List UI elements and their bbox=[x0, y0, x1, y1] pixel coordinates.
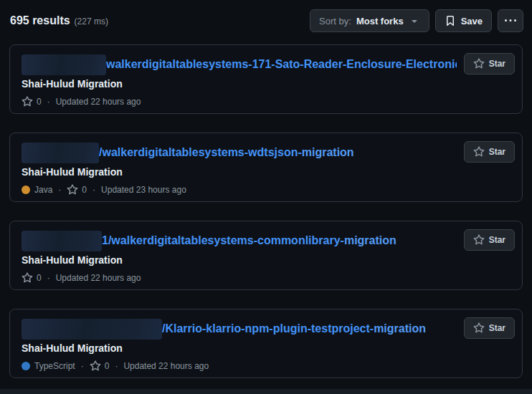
results-header: 695 results (227 ms) Sort by: Most forks… bbox=[0, 0, 532, 33]
search-results-page: 695 results (227 ms) Sort by: Most forks… bbox=[0, 0, 532, 394]
repo-description: Shai-Hulud Migration bbox=[22, 78, 515, 90]
card-title-row: 1/walkerdigitaltablesystems-commonlibrar… bbox=[22, 229, 515, 252]
language-dot-icon bbox=[22, 186, 30, 194]
stars-count: 0 bbox=[90, 360, 110, 372]
updated-timestamp: Updated 22 hours ago bbox=[56, 97, 141, 107]
repo-meta: 0 Updated 22 hours ago bbox=[22, 96, 515, 107]
repo-title: /walkerdigitaltablesystems-wdtsjson-migr… bbox=[22, 141, 457, 164]
stars-value: 0 bbox=[82, 185, 87, 195]
star-button[interactable]: Star bbox=[464, 53, 515, 75]
save-button-label: Save bbox=[461, 16, 483, 27]
repo-name-match: migration bbox=[302, 146, 354, 158]
chevron-down-icon bbox=[409, 15, 420, 27]
star-button-label: Star bbox=[489, 147, 505, 157]
results-count: 695 results bbox=[10, 14, 70, 27]
updated-timestamp: Updated 22 hours ago bbox=[56, 273, 141, 283]
meta-separator bbox=[92, 185, 95, 195]
language-dot-icon bbox=[22, 362, 30, 370]
updated-timestamp: Updated 23 hours ago bbox=[101, 185, 186, 195]
repo-result-card: walkerdigitaltablesystems-171-Sato-Reade… bbox=[9, 44, 523, 114]
results-summary: 695 results (227 ms) bbox=[10, 14, 108, 27]
repo-link[interactable]: 1/walkerdigitaltablesystems-commonlibrar… bbox=[102, 234, 396, 247]
repo-title: walkerdigitaltablesystems-171-Sato-Reade… bbox=[22, 53, 457, 76]
card-title-row: /walkerdigitaltablesystems-wdtsjson-migr… bbox=[22, 141, 515, 164]
repo-description: Shai-Hulud Migration bbox=[22, 254, 515, 266]
meta-separator bbox=[81, 361, 84, 371]
card-title-row: walkerdigitaltablesystems-171-Sato-Reade… bbox=[22, 53, 515, 76]
repo-description: Shai-Hulud Migration bbox=[22, 166, 515, 178]
repo-description: Shai-Hulud Migration bbox=[22, 342, 515, 354]
stars-value: 0 bbox=[37, 97, 42, 107]
repo-name: 1/walkerdigitaltablesystems-commonlibrar… bbox=[102, 234, 344, 246]
repo-meta: Java 0 Updated 23 hours ago bbox=[22, 184, 515, 196]
repo-meta: 0 Updated 22 hours ago bbox=[22, 272, 515, 284]
language-name: TypeScript bbox=[34, 361, 75, 371]
star-icon bbox=[473, 322, 485, 334]
repo-result-card: 1/walkerdigitaltablesystems-commonlibrar… bbox=[9, 221, 523, 290]
updated-timestamp: Updated 22 hours ago bbox=[123, 361, 209, 371]
star-outline-icon bbox=[22, 96, 33, 107]
language-indicator: Java bbox=[22, 185, 52, 195]
star-button-label: Star bbox=[489, 59, 505, 69]
redacted-username bbox=[22, 231, 102, 251]
repo-result-card: /Klarrio-klarrio-npm-plugin-testproject-… bbox=[9, 309, 523, 378]
language-indicator: TypeScript bbox=[22, 361, 75, 371]
repo-name: /Klarrio-klarrio-npm-plugin-testproject- bbox=[162, 322, 374, 335]
meta-separator bbox=[58, 185, 61, 195]
repo-link[interactable]: /Klarrio-klarrio-npm-plugin-testproject-… bbox=[162, 322, 426, 335]
star-icon bbox=[473, 234, 485, 246]
stars-value: 0 bbox=[105, 361, 110, 371]
repo-name: walkerdigitaltablesystems-171-Sato-Reade… bbox=[106, 58, 457, 70]
meta-separator bbox=[115, 361, 118, 371]
save-search-button[interactable]: Save bbox=[435, 9, 492, 32]
language-name: Java bbox=[34, 185, 52, 195]
results-time: (227 ms) bbox=[75, 16, 108, 27]
star-button[interactable]: Star bbox=[464, 229, 515, 251]
star-icon bbox=[473, 146, 485, 158]
star-button-label: Star bbox=[489, 323, 505, 333]
star-outline-icon bbox=[90, 360, 101, 372]
repo-title: /Klarrio-klarrio-npm-plugin-testproject-… bbox=[22, 317, 457, 340]
star-icon bbox=[473, 58, 485, 69]
star-outline-icon bbox=[22, 272, 33, 284]
repo-link[interactable]: walkerdigitaltablesystems-171-Sato-Reade… bbox=[106, 58, 457, 71]
results-list: walkerdigitaltablesystems-171-Sato-Reade… bbox=[9, 44, 523, 378]
header-actions: Sort by: Most forks Save bbox=[310, 9, 523, 32]
meta-separator bbox=[47, 97, 50, 107]
redacted-username bbox=[22, 143, 99, 163]
more-options-button[interactable] bbox=[498, 9, 523, 32]
bookmark-icon bbox=[445, 15, 456, 27]
repo-meta: TypeScript 0 Updated 22 hours ago bbox=[22, 360, 515, 372]
star-button-label: Star bbox=[489, 235, 505, 245]
stars-count: 0 bbox=[67, 184, 87, 196]
repo-name-match: migration bbox=[374, 322, 426, 335]
redacted-username bbox=[22, 54, 106, 75]
repo-title: 1/walkerdigitaltablesystems-commonlibrar… bbox=[22, 229, 457, 252]
meta-separator bbox=[47, 273, 50, 283]
stars-value: 0 bbox=[37, 273, 42, 283]
card-title-row: /Klarrio-klarrio-npm-plugin-testproject-… bbox=[22, 317, 515, 340]
repo-link[interactable]: /walkerdigitaltablesystems-wdtsjson-migr… bbox=[99, 146, 354, 159]
sort-by-label: Sort by: bbox=[319, 16, 351, 27]
stars-count: 0 bbox=[22, 96, 42, 107]
next-section-edge bbox=[0, 389, 532, 394]
sort-by-value: Most forks bbox=[356, 16, 404, 27]
sort-by-dropdown[interactable]: Sort by: Most forks bbox=[310, 9, 429, 32]
star-button[interactable]: Star bbox=[464, 317, 515, 339]
star-outline-icon bbox=[67, 184, 78, 196]
repo-result-card: /walkerdigitaltablesystems-wdtsjson-migr… bbox=[9, 133, 523, 202]
repo-name-match: migration bbox=[344, 234, 396, 246]
stars-count: 0 bbox=[22, 272, 42, 284]
kebab-horizontal-icon bbox=[505, 15, 516, 27]
star-button[interactable]: Star bbox=[464, 141, 515, 163]
repo-name: /walkerdigitaltablesystems-wdtsjson- bbox=[99, 146, 302, 158]
redacted-username bbox=[22, 319, 162, 340]
